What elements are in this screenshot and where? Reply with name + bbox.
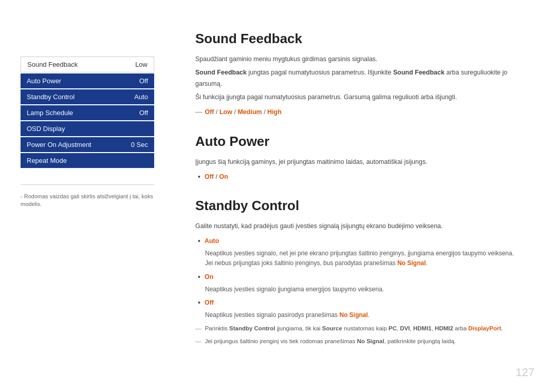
sound-feedback-p3: Ši funkcija įjungta pagal numatytuosius … <box>195 92 524 103</box>
lamp-schedule-label: Lamp Schedule <box>27 109 73 117</box>
power-on-adjustment-label: Power On Adjustment <box>27 141 91 148</box>
sidebar-item-sound-feedback[interactable]: Sound Feedback Low <box>21 57 154 72</box>
auto-power-options: • Off / On <box>195 172 524 182</box>
standby-control-bullets: • Auto Neaptikus įvesties signalo, net j… <box>195 236 524 320</box>
standby-bullet-off: • Off <box>198 297 524 308</box>
standby-bullet-auto: • Auto <box>198 236 524 247</box>
section-auto-power: Auto Power Įjungus šią funkciją gaminys,… <box>195 134 524 182</box>
page-number: 127 <box>515 366 534 379</box>
sidebar-item-repeat-mode[interactable]: Repeat Mode <box>21 153 154 168</box>
sidebar-item-standby-control[interactable]: Standby Control Auto <box>21 89 154 104</box>
sound-feedback-value: Low <box>135 61 147 68</box>
sound-feedback-body: Spaudžiant gaminio meniu mygtukus girdim… <box>195 54 524 118</box>
sound-feedback-title: Sound Feedback <box>195 31 524 47</box>
sound-feedback-bold2: Sound Feedback <box>393 69 445 76</box>
page-container: Sound Feedback Low Auto Power Off Standb… <box>0 0 555 392</box>
standby-note-2: — Jei prijungus šaltinio įrenginį vis ti… <box>195 337 524 346</box>
standby-control-title: Standby Control <box>195 198 524 214</box>
standby-control-label: Standby Control <box>27 93 75 101</box>
standby-note-1: — Parinktis Standby Control įjungiama, t… <box>195 324 524 333</box>
auto-power-label: Auto Power <box>27 77 61 85</box>
power-on-adjustment-value: 0 Sec <box>131 141 148 148</box>
section-sound-feedback: Sound Feedback Spaudžiant gaminio meniu … <box>195 31 524 118</box>
auto-power-title: Auto Power <box>195 134 524 150</box>
sidebar: Sound Feedback Low Auto Power Off Standb… <box>0 0 164 392</box>
main-content: Sound Feedback Spaudžiant gaminio meniu … <box>164 0 555 392</box>
auto-power-p1: Įjungus šią funkciją gaminys, jei prijun… <box>195 157 524 167</box>
sound-feedback-label: Sound Feedback <box>27 61 78 68</box>
sidebar-item-lamp-schedule[interactable]: Lamp Schedule Off <box>21 105 154 120</box>
standby-control-value: Auto <box>134 93 148 101</box>
standby-control-body: Galite nustatyti, kad pradėjus gauti įve… <box>195 221 524 346</box>
sidebar-item-auto-power[interactable]: Auto Power Off <box>21 73 154 88</box>
sound-feedback-bold1: Sound Feedback <box>195 69 247 76</box>
auto-power-option-off-on: • Off / On <box>198 172 524 182</box>
standby-on-sub: Neaptikus įvesties signalo įjungiama ene… <box>205 285 524 294</box>
sidebar-item-osd-display[interactable]: OSD Display <box>21 121 154 136</box>
standby-bullet-on: • On <box>198 272 524 283</box>
sidebar-item-power-on-adjustment[interactable]: Power On Adjustment 0 Sec <box>21 137 154 152</box>
section-standby-control: Standby Control Galite nustatyti, kad pr… <box>195 198 524 346</box>
auto-power-value: Off <box>139 77 148 85</box>
standby-control-p1: Galite nustatyti, kad pradėjus gauti įve… <box>195 221 524 232</box>
sidebar-note: - Rodomas vaizdas gali skirtis atsižvelg… <box>21 184 154 209</box>
auto-power-body: Įjungus šią funkciją gaminys, jei prijun… <box>195 157 524 182</box>
lamp-schedule-value: Off <box>139 109 148 117</box>
standby-off-sub: Neaptikus įvesties signalo pasirodys pra… <box>205 310 524 320</box>
osd-display-label: OSD Display <box>27 125 65 133</box>
sound-feedback-p2: Sound Feedback jungtas pagal numatytuosi… <box>195 67 524 89</box>
repeat-mode-label: Repeat Mode <box>27 157 67 164</box>
sound-feedback-p1: Spaudžiant gaminio meniu mygtukus girdim… <box>195 54 524 65</box>
sound-feedback-options: — Off / Low / Medium / High <box>195 106 524 118</box>
standby-auto-sub: Neaptikus įvesties signalo, net jei prie… <box>205 249 524 268</box>
